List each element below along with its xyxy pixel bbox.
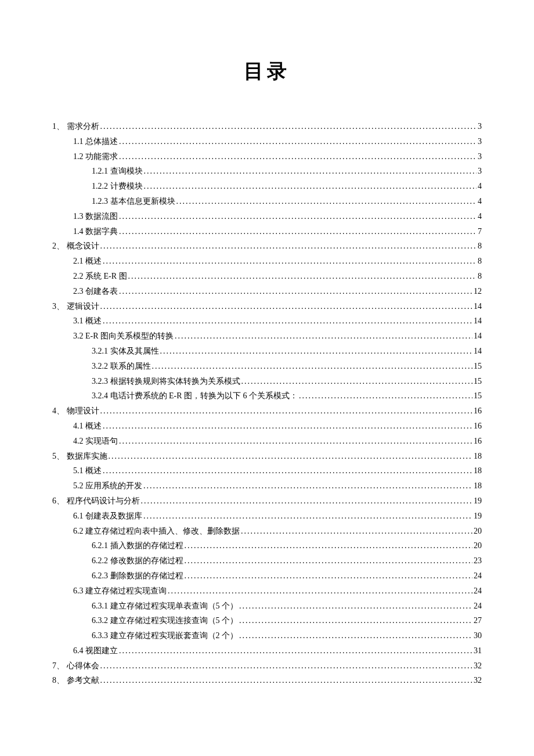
toc-leader-dots	[103, 464, 472, 478]
toc-entry-page: 19	[474, 509, 482, 523]
toc-entry: 3.2 E-R 图向关系模型的转换14	[52, 329, 482, 343]
toc-entry-label: 建立存储过程向表中插入、修改、删除数据	[85, 524, 240, 538]
toc-entry-number: 5.2	[73, 479, 85, 493]
toc-entry-number: 3.2.2	[92, 359, 110, 373]
toc-entry-page: 14	[474, 314, 482, 328]
toc-leader-dots	[175, 329, 472, 343]
toc-entry: 1.2.3 基本信息更新模块4	[52, 195, 482, 208]
toc-entry: 1.2.2 计费模块4	[52, 179, 482, 193]
toc-entry-number: 6、	[52, 494, 67, 508]
toc-entry-label: 数据库实施	[67, 449, 107, 463]
toc-leader-dots	[119, 434, 472, 448]
toc-entry: 8、 参考文献32	[52, 674, 482, 687]
toc-entry-page: 31	[474, 644, 482, 658]
toc-entry-label: 物理设计	[67, 404, 99, 418]
toc-entry: 6.3.1 建立存储过程实现单表查询（5 个）24	[52, 599, 482, 613]
toc-entry-label: 电话计费系统的 E-R 图，转换为以下 6 个关系模式：	[110, 389, 298, 403]
toc-entry: 6.3 建立存储过程实现查询24	[52, 584, 482, 598]
toc-entry: 4、 物理设计16	[52, 404, 482, 418]
toc-entry-page: 18	[474, 464, 482, 478]
toc-leader-dots	[185, 554, 473, 568]
toc-entry-label: 概述	[85, 419, 102, 433]
toc-entry: 2.3 创建各表12	[52, 285, 482, 298]
toc-entry-number: 2.1	[73, 254, 85, 268]
toc-leader-dots	[100, 239, 477, 253]
toc-entry-label: 数据流图	[85, 210, 118, 224]
page-title: 目录	[52, 58, 482, 85]
toc-entry-label: 参考文献	[67, 674, 99, 687]
toc-leader-dots	[100, 674, 473, 687]
toc-entry: 6.2 建立存储过程向表中插入、修改、删除数据20	[52, 524, 482, 538]
toc-leader-dots	[176, 195, 477, 208]
toc-entry: 4.2 实现语句16	[52, 434, 482, 448]
toc-leader-dots	[152, 359, 473, 373]
toc-entry-label: 心得体会	[67, 659, 99, 673]
toc-entry-label: 计费模块	[110, 179, 143, 193]
toc-entry: 1.1 总体描述3	[52, 135, 482, 149]
toc-entry-page: 7	[478, 225, 482, 239]
toc-entry-page: 3	[478, 164, 482, 178]
toc-entry: 2.1 概述8	[52, 254, 482, 268]
toc-entry-page: 32	[474, 674, 482, 687]
toc-entry: 6、 程序代码设计与分析19	[52, 494, 482, 508]
toc-entry-number: 1.4	[73, 225, 85, 239]
toc-entry-label: 根据转换规则将实体转换为关系模式	[110, 375, 240, 388]
toc-entry-page: 24	[474, 569, 482, 583]
toc-leader-dots	[239, 599, 472, 613]
toc-entry: 6.2.3 删除数据的存储过程24	[52, 569, 482, 583]
toc-entry-label: 建立存储过程实现单表查询（5 个）	[110, 599, 239, 613]
toc-entry-page: 16	[474, 434, 482, 448]
toc-entry-page: 27	[474, 614, 482, 628]
toc-leader-dots	[144, 164, 477, 178]
toc-entry: 1.4 数据字典7	[52, 225, 482, 239]
toc-entry-number: 2.3	[73, 285, 85, 298]
toc-entry: 7、 心得体会32	[52, 659, 482, 673]
toc-leader-dots	[160, 344, 473, 358]
toc-entry: 5.1 概述18	[52, 464, 482, 478]
toc-entry-label: 概述	[85, 464, 102, 478]
toc-entry-number: 4、	[52, 404, 67, 418]
toc-entry: 3.1 概述14	[52, 314, 482, 328]
toc-entry-label: 创建表及数据库	[85, 509, 142, 523]
toc-entry-number: 6.3.1	[92, 599, 110, 613]
toc-entry: 3.2.2 联系的属性15	[52, 359, 482, 373]
toc-entry: 6.2.2 修改数据的存储过程23	[52, 554, 482, 568]
toc-entry-number: 5、	[52, 449, 67, 463]
toc-entry-page: 14	[474, 329, 482, 343]
toc-entry-page: 24	[474, 584, 482, 598]
toc-entry-label: 概述	[85, 314, 102, 328]
toc-entry-page: 3	[478, 120, 482, 134]
toc-entry-label: 实现语句	[85, 434, 118, 448]
toc-entry: 1.2.1 查询模块3	[52, 164, 482, 178]
toc-entry-page: 19	[474, 494, 482, 508]
toc-leader-dots	[143, 479, 472, 493]
toc-leader-dots	[100, 300, 473, 314]
toc-entry-page: 20	[474, 524, 482, 538]
toc-entry-number: 3.2.3	[92, 375, 110, 388]
toc-leader-dots	[100, 120, 477, 134]
toc-entry: 6.4 视图建立31	[52, 644, 482, 658]
toc-entry-page: 23	[474, 554, 482, 568]
toc-entry-number: 4.2	[73, 434, 85, 448]
toc-entry-page: 3	[478, 150, 482, 164]
toc-entry-label: 概述	[85, 254, 102, 268]
toc-entry-number: 1.1	[73, 135, 85, 149]
toc-entry-page: 8	[478, 254, 482, 268]
toc-entry-page: 14	[474, 300, 482, 314]
toc-entry: 6.1 创建表及数据库19	[52, 509, 482, 523]
toc-entry-page: 15	[474, 375, 482, 388]
toc-entry: 1、 需求分析3	[52, 120, 482, 134]
toc-entry: 6.2.1 插入数据的存储过程20	[52, 539, 482, 553]
toc-entry-page: 32	[474, 659, 482, 673]
toc-entry-number: 6.1	[73, 509, 85, 523]
toc-entry: 2、 概念设计8	[52, 239, 482, 253]
toc-leader-dots	[168, 584, 472, 598]
toc-entry-number: 3.2.4	[92, 389, 110, 403]
toc-leader-dots	[119, 210, 477, 224]
toc-entry: 6.3.3 建立存储过程实现嵌套查询（2 个）30	[52, 629, 482, 643]
toc-entry-label: 实体及其属性	[110, 344, 159, 358]
toc-entry-number: 5.1	[73, 464, 85, 478]
toc-entry-page: 18	[474, 479, 482, 493]
toc-entry-label: 程序代码设计与分析	[67, 494, 140, 508]
toc-leader-dots	[103, 314, 472, 328]
